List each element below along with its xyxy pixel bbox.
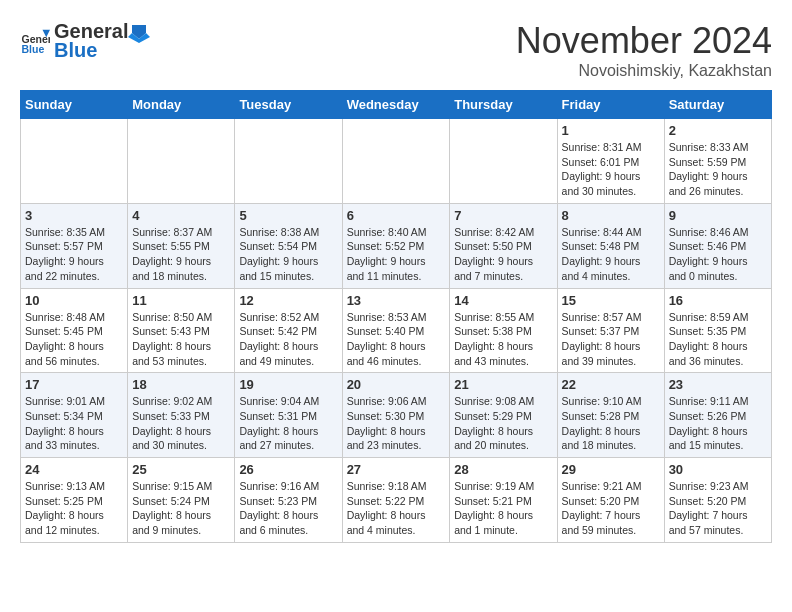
day-number: 12 (239, 293, 337, 308)
day-number: 17 (25, 377, 123, 392)
logo-icon: General Blue (20, 26, 50, 56)
day-info: Sunrise: 8:52 AM Sunset: 5:42 PM Dayligh… (239, 310, 337, 369)
calendar-cell: 23Sunrise: 9:11 AM Sunset: 5:26 PM Dayli… (664, 373, 771, 458)
day-number: 4 (132, 208, 230, 223)
day-info: Sunrise: 8:53 AM Sunset: 5:40 PM Dayligh… (347, 310, 446, 369)
day-number: 9 (669, 208, 767, 223)
day-number: 27 (347, 462, 446, 477)
calendar-cell (21, 119, 128, 204)
day-info: Sunrise: 9:01 AM Sunset: 5:34 PM Dayligh… (25, 394, 123, 453)
calendar-cell: 1Sunrise: 8:31 AM Sunset: 6:01 PM Daylig… (557, 119, 664, 204)
day-info: Sunrise: 8:33 AM Sunset: 5:59 PM Dayligh… (669, 140, 767, 199)
day-number: 22 (562, 377, 660, 392)
calendar-header-sunday: Sunday (21, 91, 128, 119)
day-info: Sunrise: 8:55 AM Sunset: 5:38 PM Dayligh… (454, 310, 552, 369)
day-info: Sunrise: 8:40 AM Sunset: 5:52 PM Dayligh… (347, 225, 446, 284)
page-header: General Blue General Blue November 2024 … (20, 20, 772, 80)
day-info: Sunrise: 9:04 AM Sunset: 5:31 PM Dayligh… (239, 394, 337, 453)
calendar-week-row: 3Sunrise: 8:35 AM Sunset: 5:57 PM Daylig… (21, 203, 772, 288)
day-info: Sunrise: 8:59 AM Sunset: 5:35 PM Dayligh… (669, 310, 767, 369)
day-number: 15 (562, 293, 660, 308)
calendar-week-row: 1Sunrise: 8:31 AM Sunset: 6:01 PM Daylig… (21, 119, 772, 204)
calendar-cell: 5Sunrise: 8:38 AM Sunset: 5:54 PM Daylig… (235, 203, 342, 288)
day-info: Sunrise: 9:23 AM Sunset: 5:20 PM Dayligh… (669, 479, 767, 538)
calendar-cell: 12Sunrise: 8:52 AM Sunset: 5:42 PM Dayli… (235, 288, 342, 373)
calendar-cell: 6Sunrise: 8:40 AM Sunset: 5:52 PM Daylig… (342, 203, 450, 288)
day-number: 21 (454, 377, 552, 392)
calendar-cell: 24Sunrise: 9:13 AM Sunset: 5:25 PM Dayli… (21, 458, 128, 543)
day-number: 30 (669, 462, 767, 477)
calendar-cell: 25Sunrise: 9:15 AM Sunset: 5:24 PM Dayli… (128, 458, 235, 543)
calendar-cell: 18Sunrise: 9:02 AM Sunset: 5:33 PM Dayli… (128, 373, 235, 458)
calendar-cell: 17Sunrise: 9:01 AM Sunset: 5:34 PM Dayli… (21, 373, 128, 458)
calendar-week-row: 10Sunrise: 8:48 AM Sunset: 5:45 PM Dayli… (21, 288, 772, 373)
calendar-header-friday: Friday (557, 91, 664, 119)
calendar-cell: 22Sunrise: 9:10 AM Sunset: 5:28 PM Dayli… (557, 373, 664, 458)
day-number: 26 (239, 462, 337, 477)
calendar-cell: 19Sunrise: 9:04 AM Sunset: 5:31 PM Dayli… (235, 373, 342, 458)
day-number: 19 (239, 377, 337, 392)
day-number: 18 (132, 377, 230, 392)
day-info: Sunrise: 9:10 AM Sunset: 5:28 PM Dayligh… (562, 394, 660, 453)
calendar-header-saturday: Saturday (664, 91, 771, 119)
calendar-header-row: SundayMondayTuesdayWednesdayThursdayFrid… (21, 91, 772, 119)
calendar-cell: 15Sunrise: 8:57 AM Sunset: 5:37 PM Dayli… (557, 288, 664, 373)
day-number: 6 (347, 208, 446, 223)
day-info: Sunrise: 8:42 AM Sunset: 5:50 PM Dayligh… (454, 225, 552, 284)
calendar-cell: 14Sunrise: 8:55 AM Sunset: 5:38 PM Dayli… (450, 288, 557, 373)
day-number: 25 (132, 462, 230, 477)
calendar-header-wednesday: Wednesday (342, 91, 450, 119)
calendar-cell: 21Sunrise: 9:08 AM Sunset: 5:29 PM Dayli… (450, 373, 557, 458)
day-number: 29 (562, 462, 660, 477)
calendar-cell: 16Sunrise: 8:59 AM Sunset: 5:35 PM Dayli… (664, 288, 771, 373)
calendar-header-thursday: Thursday (450, 91, 557, 119)
day-number: 8 (562, 208, 660, 223)
day-number: 11 (132, 293, 230, 308)
calendar-cell (235, 119, 342, 204)
day-info: Sunrise: 8:50 AM Sunset: 5:43 PM Dayligh… (132, 310, 230, 369)
title-area: November 2024 Novoishimskiy, Kazakhstan (516, 20, 772, 80)
day-number: 23 (669, 377, 767, 392)
day-number: 13 (347, 293, 446, 308)
calendar-cell: 11Sunrise: 8:50 AM Sunset: 5:43 PM Dayli… (128, 288, 235, 373)
day-info: Sunrise: 8:35 AM Sunset: 5:57 PM Dayligh… (25, 225, 123, 284)
calendar-cell: 9Sunrise: 8:46 AM Sunset: 5:46 PM Daylig… (664, 203, 771, 288)
calendar-cell: 27Sunrise: 9:18 AM Sunset: 5:22 PM Dayli… (342, 458, 450, 543)
calendar-cell: 7Sunrise: 8:42 AM Sunset: 5:50 PM Daylig… (450, 203, 557, 288)
day-info: Sunrise: 8:37 AM Sunset: 5:55 PM Dayligh… (132, 225, 230, 284)
day-number: 14 (454, 293, 552, 308)
calendar-cell (128, 119, 235, 204)
day-number: 3 (25, 208, 123, 223)
day-number: 20 (347, 377, 446, 392)
day-info: Sunrise: 8:46 AM Sunset: 5:46 PM Dayligh… (669, 225, 767, 284)
day-info: Sunrise: 9:15 AM Sunset: 5:24 PM Dayligh… (132, 479, 230, 538)
calendar-header-tuesday: Tuesday (235, 91, 342, 119)
day-info: Sunrise: 8:57 AM Sunset: 5:37 PM Dayligh… (562, 310, 660, 369)
day-info: Sunrise: 8:38 AM Sunset: 5:54 PM Dayligh… (239, 225, 337, 284)
calendar-cell (450, 119, 557, 204)
calendar-cell: 28Sunrise: 9:19 AM Sunset: 5:21 PM Dayli… (450, 458, 557, 543)
logo: General Blue General Blue (20, 20, 150, 62)
calendar-header-monday: Monday (128, 91, 235, 119)
day-number: 28 (454, 462, 552, 477)
day-info: Sunrise: 9:19 AM Sunset: 5:21 PM Dayligh… (454, 479, 552, 538)
calendar-week-row: 17Sunrise: 9:01 AM Sunset: 5:34 PM Dayli… (21, 373, 772, 458)
day-info: Sunrise: 9:13 AM Sunset: 5:25 PM Dayligh… (25, 479, 123, 538)
day-info: Sunrise: 8:31 AM Sunset: 6:01 PM Dayligh… (562, 140, 660, 199)
location: Novoishimskiy, Kazakhstan (516, 62, 772, 80)
day-info: Sunrise: 9:16 AM Sunset: 5:23 PM Dayligh… (239, 479, 337, 538)
day-info: Sunrise: 9:08 AM Sunset: 5:29 PM Dayligh… (454, 394, 552, 453)
day-info: Sunrise: 9:21 AM Sunset: 5:20 PM Dayligh… (562, 479, 660, 538)
day-info: Sunrise: 9:11 AM Sunset: 5:26 PM Dayligh… (669, 394, 767, 453)
day-number: 5 (239, 208, 337, 223)
day-number: 24 (25, 462, 123, 477)
month-title: November 2024 (516, 20, 772, 62)
calendar-table: SundayMondayTuesdayWednesdayThursdayFrid… (20, 90, 772, 543)
calendar-cell: 8Sunrise: 8:44 AM Sunset: 5:48 PM Daylig… (557, 203, 664, 288)
day-info: Sunrise: 8:48 AM Sunset: 5:45 PM Dayligh… (25, 310, 123, 369)
day-info: Sunrise: 9:18 AM Sunset: 5:22 PM Dayligh… (347, 479, 446, 538)
day-number: 1 (562, 123, 660, 138)
day-info: Sunrise: 9:02 AM Sunset: 5:33 PM Dayligh… (132, 394, 230, 453)
day-info: Sunrise: 8:44 AM Sunset: 5:48 PM Dayligh… (562, 225, 660, 284)
calendar-cell: 3Sunrise: 8:35 AM Sunset: 5:57 PM Daylig… (21, 203, 128, 288)
